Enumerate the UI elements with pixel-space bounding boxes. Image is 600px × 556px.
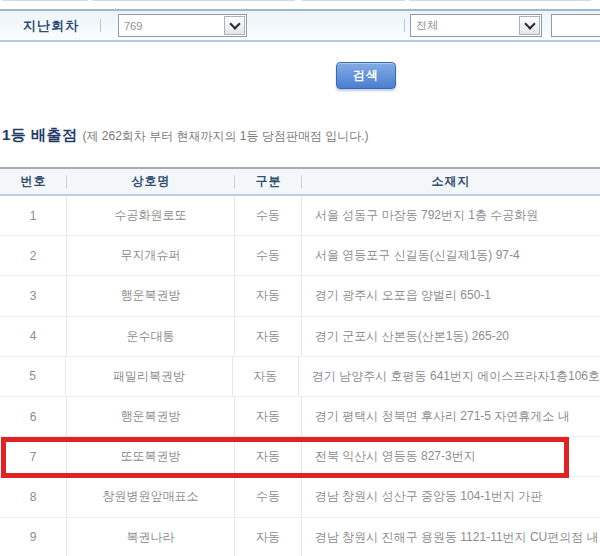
ticket-type: 수동 xyxy=(235,477,302,516)
row-number: 7 xyxy=(0,437,67,476)
ticket-type: 자동 xyxy=(235,397,302,436)
store-address: 경남 창원시 성산구 중앙동 104-1번지 가판 xyxy=(302,477,600,516)
table-row: 7 또또복권방 자동 전북 익산시 영등동 827-3번지 xyxy=(0,437,600,477)
table-row: 6 행운복권방 자동 경기 평택시 청북면 후사리 271-5 자연휴게소 내 xyxy=(0,397,600,437)
round-select-value: 769 xyxy=(119,20,224,32)
region-select[interactable]: 전체 xyxy=(410,14,542,37)
row-number: 4 xyxy=(0,317,67,356)
row-number: 8 xyxy=(0,477,67,516)
store-address: 서울 영등포구 신길동(신길제1동) 97-4 xyxy=(302,236,600,275)
ticket-type: 자동 xyxy=(235,518,302,556)
lottery-winners-page: 지난회차 769 전체 검색 1등 배출점(제 262회차 부터 현재까지의 1… xyxy=(0,0,600,556)
store-address: 전북 익산시 영등동 827-3번지 xyxy=(302,437,600,476)
ticket-type: 자동 xyxy=(235,317,302,356)
round-label: 지난회차 xyxy=(16,11,86,40)
store-address: 경기 광주시 오포읍 양벌리 650-1 xyxy=(302,276,600,315)
store-address: 경기 군포시 산본동(산본1동) 265-20 xyxy=(302,317,600,356)
column-header-no: 번호 xyxy=(0,169,67,194)
top-divider-segment xyxy=(301,0,405,1)
ticket-type: 수동 xyxy=(235,236,302,275)
table-row: 8 창원병원앞매표소 수동 경남 창원시 성산구 중앙동 104-1번지 가판 xyxy=(0,477,600,517)
divider xyxy=(404,19,405,32)
chevron-down-icon[interactable] xyxy=(519,16,540,35)
store-name: 또또복권방 xyxy=(67,437,235,476)
search-button[interactable]: 검색 xyxy=(336,62,396,89)
table-body: 1 수공화원로또 수동 서울 성동구 마장동 792번지 1층 수공화원 2 무… xyxy=(0,196,600,556)
store-name: 행운복권방 xyxy=(67,276,235,315)
section-heading: 1등 배출점(제 262회차 부터 현재까지의 1등 당첨판매점 입니다.) xyxy=(2,126,369,145)
divider xyxy=(100,19,101,32)
store-name: 창원병원앞매표소 xyxy=(67,477,235,516)
store-name: 복권나라 xyxy=(67,518,235,556)
column-header-address: 소재지 xyxy=(302,169,600,194)
ticket-type: 자동 xyxy=(235,276,302,315)
top-divider-segment xyxy=(92,0,295,1)
ticket-type: 자동 xyxy=(233,357,299,396)
table-row: 4 운수대통 자동 경기 군포시 산본동(산본1동) 265-20 xyxy=(0,317,600,357)
row-number: 1 xyxy=(0,196,67,235)
column-header-name: 상호명 xyxy=(67,169,235,194)
column-header-type: 구분 xyxy=(235,169,302,194)
top-divider-segment xyxy=(409,0,591,1)
search-form-bar: 지난회차 769 전체 xyxy=(0,9,600,42)
row-number: 3 xyxy=(0,276,67,315)
store-name: 행운복권방 xyxy=(67,397,235,436)
store-address: 경남 창원시 진해구 용원동 1121-11번지 CU편의점 내 xyxy=(302,518,600,556)
row-number: 6 xyxy=(0,397,67,436)
ticket-type: 수동 xyxy=(235,196,302,235)
ticket-type: 자동 xyxy=(235,437,302,476)
store-name: 수공화원로또 xyxy=(67,196,235,235)
round-select[interactable]: 769 xyxy=(118,14,247,37)
store-name: 패밀리복권방 xyxy=(66,357,232,396)
region-select-value: 전체 xyxy=(411,18,519,33)
top-divider-segment xyxy=(2,0,88,1)
row-number: 2 xyxy=(0,236,67,275)
chevron-down-icon[interactable] xyxy=(224,16,245,35)
store-address: 경기 남양주시 호평동 641번지 에이스프라자1층106호 xyxy=(299,357,600,396)
secondary-field[interactable] xyxy=(551,14,600,37)
table-row: 5 패밀리복권방 자동 경기 남양주시 호평동 641번지 에이스프라자1층10… xyxy=(0,357,600,397)
winners-table: 번호 상호명 구분 소재지 1 수공화원로또 수동 서울 성동구 마장동 792… xyxy=(0,167,600,556)
store-name: 무지개슈퍼 xyxy=(67,236,235,275)
page-title: 1등 배출점 xyxy=(2,126,78,143)
table-row: 3 행운복권방 자동 경기 광주시 오포읍 양벌리 650-1 xyxy=(0,276,600,316)
store-address: 서울 성동구 마장동 792번지 1층 수공화원 xyxy=(302,196,600,235)
table-header: 번호 상호명 구분 소재지 xyxy=(0,167,600,196)
page-subtitle: (제 262회차 부터 현재까지의 1등 당첨판매점 입니다.) xyxy=(83,129,369,143)
table-row: 1 수공화원로또 수동 서울 성동구 마장동 792번지 1층 수공화원 xyxy=(0,196,600,236)
table-row: 2 무지개슈퍼 수동 서울 영등포구 신길동(신길제1동) 97-4 xyxy=(0,236,600,276)
table-row: 9 복권나라 자동 경남 창원시 진해구 용원동 1121-11번지 CU편의점… xyxy=(0,518,600,556)
store-name: 운수대통 xyxy=(67,317,235,356)
row-number: 9 xyxy=(0,518,67,556)
store-address: 경기 평택시 청북면 후사리 271-5 자연휴게소 내 xyxy=(302,397,600,436)
row-number: 5 xyxy=(0,357,66,396)
